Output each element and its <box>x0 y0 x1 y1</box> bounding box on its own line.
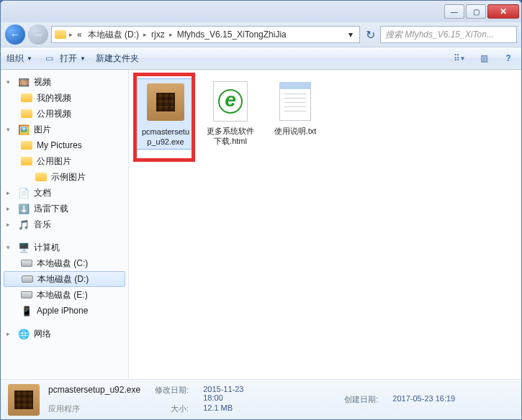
chevron-right-icon: ▸ <box>143 31 147 38</box>
tree-samplepictures[interactable]: 示例图片 <box>1 169 128 185</box>
file-item-html[interactable]: 更多系统软件下载.html <box>201 78 260 148</box>
exe-icon <box>147 83 184 121</box>
view-options-button[interactable]: ⠿ ▼ <box>452 52 467 64</box>
file-item-exe[interactable]: pcmastersetup_u92.exe <box>136 78 195 150</box>
back-button[interactable]: ← <box>5 24 25 45</box>
drive-icon <box>22 275 33 283</box>
details-pane: pcmastersetup_u92.exe 修改日期: 2015-11-23 1… <box>1 379 521 419</box>
detail-filename: pcmastersetup_u92.exe <box>48 385 140 402</box>
music-icon: 🎵 <box>18 219 30 230</box>
detail-size-value: 12.1 MB <box>203 403 262 414</box>
detail-created-label: 创建日期: <box>286 394 379 405</box>
help-button[interactable]: ? <box>501 52 516 64</box>
network-icon: 🌐 <box>18 328 30 339</box>
folder-icon <box>55 30 66 39</box>
folder-icon <box>21 157 32 165</box>
preview-pane-button[interactable]: ▥ <box>477 52 491 64</box>
new-folder-button[interactable]: 新建文件夹 <box>96 52 139 65</box>
chevron-right-icon: ▸ <box>169 31 173 38</box>
exe-icon <box>8 384 40 416</box>
tree-mypictures[interactable]: My Pictures <box>1 137 128 153</box>
detail-created-value: 2017-05-23 16:19 <box>392 394 514 405</box>
txt-icon <box>279 82 311 121</box>
titlebar[interactable]: — ▢ ✕ <box>1 1 521 22</box>
download-icon: ⬇️ <box>18 203 30 214</box>
html-icon <box>213 81 248 122</box>
breadcrumb[interactable]: « <box>76 29 84 40</box>
breadcrumb[interactable]: 本地磁盘 (D:) <box>86 29 140 41</box>
video-icon: 🎞️ <box>18 76 30 88</box>
minimize-button[interactable]: — <box>444 4 464 19</box>
computer-icon: 🖥️ <box>18 242 30 253</box>
folder-icon <box>21 109 32 118</box>
forward-button: → <box>28 24 48 45</box>
tree-network[interactable]: ▸🌐网络 <box>1 326 128 342</box>
file-name: pcmastersetup_u92.exe <box>137 125 194 149</box>
navbar: ← → ▸ « 本地磁盘 (D:) ▸ rjxz ▸ Mfyhds_V6.15_… <box>1 22 521 47</box>
tree-publicvideo[interactable]: 公用视频 <box>1 106 128 122</box>
open-button[interactable]: ▭打开▼ <box>42 52 86 65</box>
file-name: 使用说明.txt <box>271 124 320 137</box>
folder-icon <box>21 141 32 150</box>
tree-drive-d[interactable]: 本地磁盘 (D:) <box>4 271 125 287</box>
drive-icon <box>21 260 32 267</box>
organize-menu[interactable]: 组织▼ <box>6 52 32 65</box>
drive-icon <box>21 291 32 298</box>
chevron-right-icon: ▸ <box>69 31 73 38</box>
content-pane[interactable]: pcmastersetup_u92.exe 更多系统软件下载.html 使用说明… <box>129 70 521 379</box>
tree-xunlei[interactable]: ▸⬇️迅雷下载 <box>1 201 128 216</box>
file-item-txt[interactable]: 使用说明.txt <box>266 78 325 137</box>
tree-publicpictures[interactable]: 公用图片 <box>1 153 128 169</box>
tree-iphone[interactable]: 📱Apple iPhone <box>1 303 128 319</box>
maximize-button[interactable]: ▢ <box>466 4 486 19</box>
detail-size-label: 大小: <box>155 403 189 414</box>
breadcrumb[interactable]: Mfyhds_V6.15_XiTongZhiJia <box>176 29 288 40</box>
search-input[interactable]: 搜索 Mfyhds_V6.15_XiTon... <box>380 26 517 43</box>
tree-pictures[interactable]: ▾🖼️图片 <box>1 122 128 137</box>
detail-modified-value: 2015-11-23 18:00 <box>203 385 262 402</box>
search-placeholder: 搜索 Mfyhds_V6.15_XiTon... <box>385 29 494 41</box>
breadcrumb[interactable]: rjxz <box>150 29 166 40</box>
iphone-icon: 📱 <box>21 305 32 316</box>
pictures-icon: 🖼️ <box>18 124 30 135</box>
tree-video[interactable]: ▾🎞️视频 <box>1 74 128 90</box>
tree-music[interactable]: ▸🎵音乐 <box>1 216 128 232</box>
tree-computer[interactable]: ▾🖥️计算机 <box>1 239 128 255</box>
refresh-button[interactable]: ↻ <box>363 28 377 42</box>
address-bar[interactable]: ▸ « 本地磁盘 (D:) ▸ rjxz ▸ Mfyhds_V6.15_XiTo… <box>51 26 360 43</box>
toolbar: 组织▼ ▭打开▼ 新建文件夹 ⠿ ▼ ▥ ? <box>1 47 521 70</box>
close-button[interactable]: ✕ <box>487 4 519 19</box>
detail-filetype: 应用程序 <box>48 403 140 414</box>
file-name: 更多系统软件下载.html <box>201 124 260 148</box>
sidebar[interactable]: ▾🎞️视频 我的视频 公用视频 ▾🖼️图片 My Pictures 公用图片 示… <box>1 70 129 379</box>
explorer-window: — ▢ ✕ ← → ▸ « 本地磁盘 (D:) ▸ rjxz ▸ Mfyhds_… <box>0 0 522 420</box>
body: ▾🎞️视频 我的视频 公用视频 ▾🖼️图片 My Pictures 公用图片 示… <box>1 70 521 379</box>
tree-drive-e[interactable]: 本地磁盘 (E:) <box>1 287 128 303</box>
detail-modified-label: 修改日期: <box>155 385 189 402</box>
documents-icon: 📄 <box>18 187 30 198</box>
tree-myvideo[interactable]: 我的视频 <box>1 90 128 106</box>
address-dropdown[interactable]: ▾ <box>345 29 356 40</box>
tree-documents[interactable]: ▸📄文档 <box>1 185 128 201</box>
tree-drive-c[interactable]: 本地磁盘 (C:) <box>1 255 128 271</box>
folder-icon <box>21 93 32 102</box>
open-icon: ▭ <box>42 52 57 64</box>
folder-icon <box>35 173 47 181</box>
